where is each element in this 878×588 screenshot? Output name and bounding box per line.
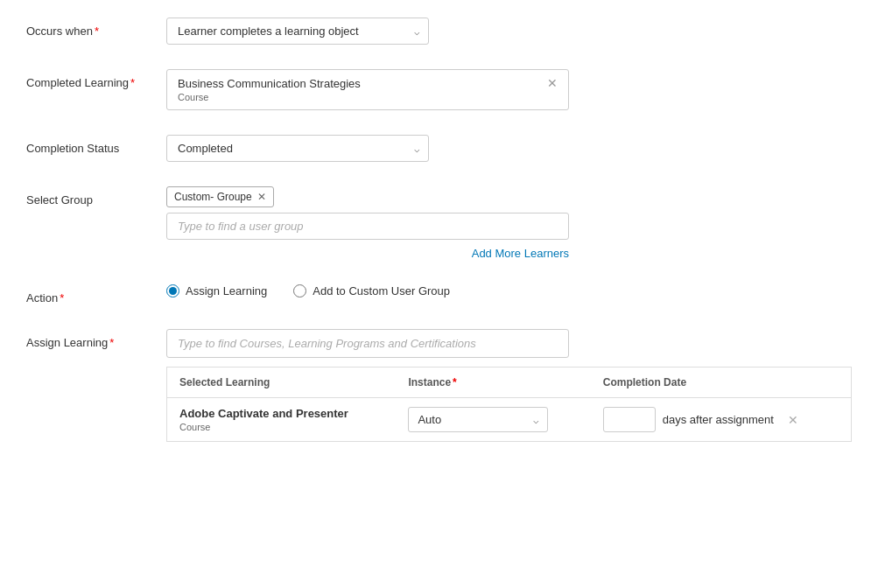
completed-learning-text: Business Communication Strategies Course (178, 77, 361, 102)
tag-close-icon[interactable]: ✕ (257, 191, 266, 203)
completion-date-cell: 180 days after assignment ✕ (591, 398, 852, 442)
learning-item-type: Course (179, 422, 383, 432)
assign-learning-row: Assign Learning* Selected Learning Insta… (26, 329, 852, 442)
completion-status-control: Completed Passed Failed In Progress ⌵ (166, 135, 852, 162)
assign-learning-search-input[interactable] (166, 329, 569, 358)
instance-select[interactable]: Auto (408, 407, 548, 432)
select-group-label: Select Group (26, 186, 166, 206)
completion-date-area: 180 days after assignment ✕ (603, 407, 839, 432)
instance-cell: Auto ⌵ (396, 398, 590, 442)
action-row: Action* Assign Learning Add to Custom Us… (26, 284, 852, 304)
action-add-group-radio[interactable] (293, 284, 306, 298)
completion-status-select-wrapper: Completed Passed Failed In Progress ⌵ (166, 135, 429, 162)
action-add-group-label: Add to Custom User Group (313, 284, 450, 298)
completion-status-label: Completion Status (26, 135, 166, 155)
occurs-when-select-wrapper: Learner completes a learning object Lear… (166, 18, 429, 45)
assign-learning-control: Selected Learning Instance* Completion D… (166, 329, 852, 442)
assign-learning-label: Assign Learning* (26, 329, 166, 349)
select-group-row: Select Group Custom- Groupe ✕ Add More L… (26, 186, 852, 260)
action-assign-learning-radio[interactable] (166, 284, 179, 298)
completion-status-select[interactable]: Completed Passed Failed In Progress (166, 135, 429, 162)
completed-learning-box: Business Communication Strategies Course… (166, 69, 569, 110)
completion-status-row: Completion Status Completed Passed Faile… (26, 135, 852, 162)
learning-table-header-row: Selected Learning Instance* Completion D… (167, 368, 852, 398)
occurs-when-select[interactable]: Learner completes a learning object Lear… (166, 18, 429, 45)
tag-input-area: Custom- Groupe ✕ Add More Learners (166, 186, 569, 260)
tag-label: Custom- Groupe (174, 191, 252, 203)
occurs-when-row: Occurs when* Learner completes a learnin… (26, 18, 852, 45)
instance-select-wrapper: Auto ⌵ (408, 407, 548, 432)
table-row: Adobe Captivate and Presenter Course Aut… (167, 398, 852, 442)
occurs-when-label: Occurs when* (26, 18, 166, 38)
completed-learning-subtitle: Course (178, 92, 361, 102)
action-add-group-option[interactable]: Add to Custom User Group (293, 284, 450, 298)
group-search-input[interactable] (166, 213, 569, 240)
remove-learning-item-icon[interactable]: ✕ (788, 413, 798, 427)
learning-table: Selected Learning Instance* Completion D… (166, 367, 852, 442)
action-control: Assign Learning Add to Custom User Group (166, 284, 852, 298)
action-label: Action* (26, 284, 166, 304)
col-instance: Instance* (396, 368, 590, 398)
completed-learning-control: Business Communication Strategies Course… (166, 69, 852, 110)
group-tag: Custom- Groupe ✕ (166, 186, 274, 207)
days-input[interactable]: 180 (603, 407, 656, 432)
completed-learning-row: Completed Learning* Business Communicati… (26, 69, 852, 110)
col-selected-learning: Selected Learning (167, 368, 397, 398)
occurs-when-control: Learner completes a learning object Lear… (166, 18, 852, 45)
days-after-label: days after assignment (663, 413, 774, 426)
completed-learning-close-icon[interactable]: ✕ (547, 77, 558, 89)
completed-learning-label: Completed Learning* (26, 69, 166, 89)
action-assign-learning-option[interactable]: Assign Learning (166, 284, 267, 298)
tags-row: Custom- Groupe ✕ (166, 186, 569, 207)
add-more-learners-link[interactable]: Add More Learners (166, 247, 569, 260)
learning-item-cell: Adobe Captivate and Presenter Course (167, 398, 397, 442)
select-group-control: Custom- Groupe ✕ Add More Learners (166, 186, 852, 260)
action-radio-group: Assign Learning Add to Custom User Group (166, 284, 852, 298)
action-assign-learning-label: Assign Learning (186, 284, 267, 298)
completed-learning-title: Business Communication Strategies (178, 77, 361, 90)
learning-item-title: Adobe Captivate and Presenter (179, 407, 383, 420)
col-completion-date: Completion Date (591, 368, 852, 398)
